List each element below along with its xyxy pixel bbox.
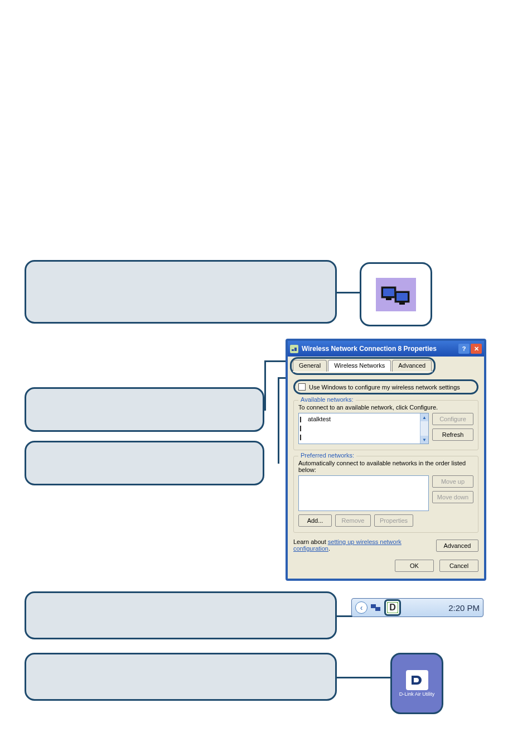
- cancel-button[interactable]: Cancel: [439, 560, 478, 572]
- connector-line: [337, 615, 352, 617]
- available-networks-list[interactable]: atalktest ▲ ▼: [298, 413, 429, 444]
- tray-network-icon[interactable]: [370, 601, 382, 614]
- antenna-icon: [300, 416, 306, 422]
- add-button[interactable]: Add...: [298, 514, 332, 527]
- preferred-networks-legend: Preferred networks:: [298, 452, 356, 459]
- system-clock[interactable]: 2:20 PM: [448, 603, 480, 613]
- callout-box-3: [25, 441, 264, 485]
- svg-rect-1: [383, 288, 394, 296]
- svg-rect-6: [371, 604, 376, 608]
- callout-box-2: [25, 387, 264, 432]
- wireless-window-icon: [290, 345, 298, 353]
- available-networks-group: Available networks: To connect to an ava…: [293, 400, 478, 450]
- svg-rect-4: [396, 293, 408, 301]
- move-down-button[interactable]: Move down: [432, 491, 473, 503]
- use-windows-checkbox-row[interactable]: Use Windows to configure my wireless net…: [293, 379, 478, 394]
- antenna-icon: [300, 434, 306, 440]
- dlink-utility-label: D-Link Air Utility: [399, 691, 435, 697]
- advanced-button[interactable]: Advanced: [436, 540, 478, 552]
- dialog-title: Wireless Network Connection 8 Properties: [302, 345, 437, 353]
- connector-line: [337, 677, 390, 678]
- configure-button[interactable]: Configure: [432, 413, 473, 425]
- connector-line: [278, 377, 279, 464]
- tab-wireless-networks[interactable]: Wireless Networks: [328, 360, 391, 372]
- network-monitors-icon: [376, 278, 416, 311]
- callout-box-1: [25, 260, 337, 324]
- learn-text: Learn about setting up wireless network …: [293, 538, 410, 552]
- use-windows-label: Use Windows to configure my wireless net…: [309, 384, 460, 391]
- tab-advanced[interactable]: Advanced: [392, 360, 432, 372]
- list-item: atalktest: [300, 415, 427, 423]
- preferred-networks-hint: Automatically connect to available netwo…: [298, 460, 473, 473]
- dlink-utility-desktop-icon[interactable]: D-Link Air Utility: [390, 653, 443, 714]
- properties-button[interactable]: Properties: [374, 514, 413, 527]
- dlink-logo-icon: [406, 670, 428, 690]
- list-item: [300, 432, 427, 441]
- preferred-networks-group: Preferred networks: Automatically connec…: [293, 456, 478, 533]
- scroll-down-icon[interactable]: ▼: [420, 436, 428, 444]
- network-connection-desktop-icon[interactable]: [360, 262, 432, 326]
- connector-line: [264, 360, 266, 411]
- antenna-icon: [300, 425, 306, 431]
- titlebar-help-button[interactable]: ?: [458, 344, 470, 354]
- titlebar-close-button[interactable]: ✕: [471, 344, 482, 354]
- available-networks-hint: To connect to an available network, clic…: [298, 404, 473, 411]
- preferred-networks-list[interactable]: [298, 475, 429, 511]
- move-up-button[interactable]: Move up: [432, 475, 473, 488]
- tray-expand-arrow-icon[interactable]: ‹: [355, 601, 367, 614]
- remove-button[interactable]: Remove: [335, 514, 371, 527]
- svg-rect-7: [375, 607, 380, 611]
- system-tray: ‹ D 2:20 PM: [351, 598, 483, 617]
- svg-rect-2: [386, 298, 391, 300]
- dlink-d-icon: D: [388, 603, 398, 613]
- tabs-highlight: General Wireless Networks Advanced: [290, 357, 436, 375]
- scroll-up-icon[interactable]: ▲: [420, 413, 428, 421]
- callout-box-4: [25, 591, 337, 639]
- svg-rect-5: [399, 302, 405, 305]
- scrollbar[interactable]: ▲ ▼: [420, 413, 428, 444]
- callout-box-5: [25, 653, 337, 701]
- svg-rect-9: [294, 348, 297, 351]
- refresh-button[interactable]: Refresh: [432, 428, 473, 441]
- connector-line: [337, 292, 361, 293]
- ok-button[interactable]: OK: [395, 560, 434, 572]
- tray-dlink-utility-icon[interactable]: D: [384, 599, 401, 616]
- wireless-properties-dialog: Wireless Network Connection 8 Properties…: [286, 339, 486, 581]
- svg-rect-8: [292, 349, 294, 351]
- tab-general[interactable]: General: [293, 360, 327, 372]
- list-item: [300, 423, 427, 432]
- available-networks-legend: Available networks:: [298, 396, 356, 403]
- use-windows-checkbox[interactable]: [298, 383, 306, 391]
- dialog-titlebar[interactable]: Wireless Network Connection 8 Properties…: [288, 341, 484, 357]
